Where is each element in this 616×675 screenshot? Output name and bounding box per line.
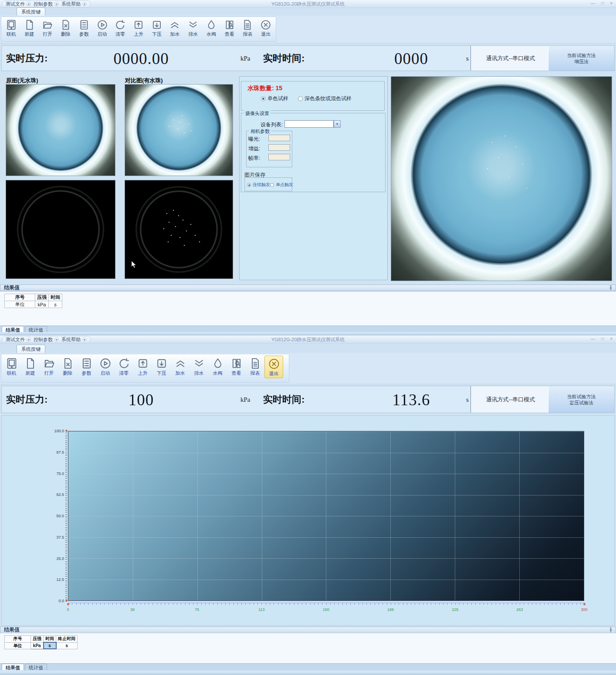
toolbar-button-label: 参数	[79, 31, 89, 37]
book-magnifier-icon	[230, 357, 243, 370]
gain-field[interactable]	[268, 144, 290, 151]
test-method-box[interactable]: 当前试验方法 增压法	[548, 46, 614, 71]
unit-cell[interactable]: s	[49, 301, 62, 308]
original-image-label: 原图(无水珠)	[6, 77, 38, 85]
comm-mode-box[interactable]: 通讯方式--串口模式	[470, 386, 551, 413]
toolbar-button-play-circle[interactable]: 启动	[93, 18, 112, 38]
time-label: 实时时间:	[263, 393, 305, 406]
toolbar-button-report-doc[interactable]: 报表	[239, 18, 257, 38]
toolbar-button-play-circle[interactable]: 启动	[96, 356, 115, 377]
mouse-cursor	[131, 261, 136, 268]
radio-icon	[247, 183, 251, 187]
toolbar-button-reset-loop[interactable]: 清零	[111, 18, 129, 38]
y-tick-label: 0.0	[58, 599, 64, 603]
toolbar-button-chevrons-down[interactable]: 排水	[184, 18, 202, 38]
toolbar-button-report-doc[interactable]: 报表	[246, 356, 264, 377]
device-list-dropdown-button[interactable]: ▼	[334, 120, 341, 128]
toolbar-button-new-doc[interactable]: 新建	[21, 356, 40, 377]
unit-cell[interactable]: kPa	[35, 301, 49, 308]
chevrons-down-icon	[193, 357, 205, 370]
radio-dark-sample[interactable]: 深色条纹或混色试样	[298, 95, 352, 102]
toolbar-button-book-magnifier[interactable]: 查看	[227, 356, 246, 377]
save-group-box: 连续触发 单点触发	[244, 177, 292, 191]
dock-tab-2[interactable]: 统计值	[25, 326, 47, 332]
toolbar-button-droplet[interactable]: 水阀	[202, 18, 220, 38]
y-tick-label: 62.5	[56, 492, 64, 497]
unit-cell[interactable]: 单位	[5, 642, 31, 649]
radio-single-trigger[interactable]: 单点触发	[270, 182, 293, 188]
toolbar-button-exit-circle[interactable]: 退出	[264, 356, 283, 378]
toolbar-button-monitor[interactable]: 联机	[2, 18, 20, 38]
window-title: YG812G-20静水压测试仪测试系统	[0, 1, 616, 7]
tab-system-keys[interactable]: 系统按键	[17, 345, 45, 353]
exposure-field[interactable]	[268, 135, 290, 141]
toolbar-button-book-magnifier[interactable]: 查看	[220, 18, 239, 38]
x-tick-label: 0	[67, 607, 69, 612]
device-list-input[interactable]	[284, 120, 334, 128]
radio-continuous-trigger[interactable]: 连续触发	[247, 182, 270, 188]
compare-threshold-image	[125, 180, 233, 279]
test-method-box[interactable]: 当前试验方法 定压试验法	[548, 386, 614, 413]
pin-icon[interactable]	[609, 285, 613, 291]
gain-label: 增益:	[248, 145, 260, 153]
book-magnifier-icon	[224, 19, 235, 31]
axis-marker	[67, 603, 69, 605]
droplet-icon	[206, 19, 217, 31]
toolbar-button-label: 清零	[119, 370, 129, 377]
x-tick-label: 38	[130, 607, 135, 612]
unit-cell[interactable]: kPa	[31, 642, 44, 649]
dock-tab-1[interactable]: 结果值	[2, 664, 24, 670]
toolbar-button-arrow-down-box[interactable]: 下压	[148, 18, 166, 38]
minimize-icon[interactable]: —	[591, 336, 595, 341]
toolbar-button-arrow-down-box[interactable]: 下压	[152, 356, 171, 377]
maximize-icon[interactable]: □	[601, 1, 604, 6]
dock-tab-2[interactable]: 统计值	[25, 664, 47, 670]
close-icon[interactable]: ×	[610, 336, 613, 341]
toolbar-button-exit-circle[interactable]: 退出	[257, 18, 275, 38]
toolbar-button-delete-doc[interactable]: 删除	[57, 18, 75, 38]
toolbar-button-arrow-up-box[interactable]: 上升	[133, 356, 152, 377]
radio-mono-sample[interactable]: 单色试样	[261, 95, 288, 102]
minimize-icon[interactable]: —	[591, 1, 595, 6]
toolbar-button-label: 联机	[7, 370, 17, 377]
pressure-value: 100	[82, 390, 200, 409]
original-sample-photo	[6, 84, 115, 176]
params-list-icon	[78, 19, 90, 31]
toolbar-button-folder-open[interactable]: 打开	[38, 18, 57, 38]
column-header: 时间	[49, 294, 62, 301]
close-icon[interactable]: ×	[610, 1, 613, 6]
unit-cell[interactable]: s	[44, 642, 56, 649]
unit-cell[interactable]: 单位	[5, 301, 35, 308]
realtime-status-bar: 实时压力: 100 kPa 实时时间: 113.6 s 通讯方式--串口模式 当…	[1, 386, 615, 413]
toolbar-button-chevrons-up[interactable]: 加水	[171, 356, 190, 377]
toolbar-button-droplet[interactable]: 水阀	[208, 356, 227, 377]
dock-tab-1[interactable]: 结果值	[2, 326, 24, 332]
pressure-unit: kPa	[240, 54, 250, 62]
toolbar-button-label: 水阀	[213, 370, 223, 377]
compare-image-label: 对比图(有水珠)	[125, 77, 163, 85]
pin-icon[interactable]	[609, 628, 613, 633]
toolbar-button-new-doc[interactable]: 新建	[20, 18, 39, 38]
toolbar-button-reset-loop[interactable]: 清零	[115, 356, 133, 377]
toolbar-button-chevrons-down[interactable]: 排水	[190, 356, 208, 377]
status-strip	[0, 332, 616, 336]
toolbar-button-chevrons-up[interactable]: 加水	[166, 18, 184, 38]
toolbar-button-params-list[interactable]: 参数	[75, 18, 93, 38]
toolbar-button-folder-open[interactable]: 打开	[40, 356, 58, 377]
window-controls: — □ ×	[591, 1, 613, 6]
toolbar-button-monitor[interactable]: 联机	[2, 356, 21, 377]
camera-settings-group: 摄像头设置 设备列表: ▼ 相机参数 曝光: 增益: 帧率: 图片保存 连续触发…	[241, 113, 386, 192]
arrow-down-box-icon	[151, 19, 162, 31]
new-doc-icon	[24, 19, 35, 31]
compare-sample-photo	[125, 84, 233, 176]
framerate-field[interactable]	[268, 154, 290, 160]
time-unit: s	[466, 54, 469, 62]
x-tick-label: 113	[258, 607, 264, 612]
maximize-icon[interactable]: □	[601, 336, 604, 341]
toolbar-button-arrow-up-box[interactable]: 上升	[129, 18, 148, 38]
unit-cell[interactable]: s	[56, 642, 78, 649]
comm-mode-box[interactable]: 通讯方式--串口模式	[470, 46, 551, 71]
toolbar-button-delete-doc[interactable]: 删除	[58, 356, 77, 377]
tab-system-keys[interactable]: 系统按键	[17, 7, 45, 16]
toolbar-button-params-list[interactable]: 参数	[77, 356, 96, 377]
